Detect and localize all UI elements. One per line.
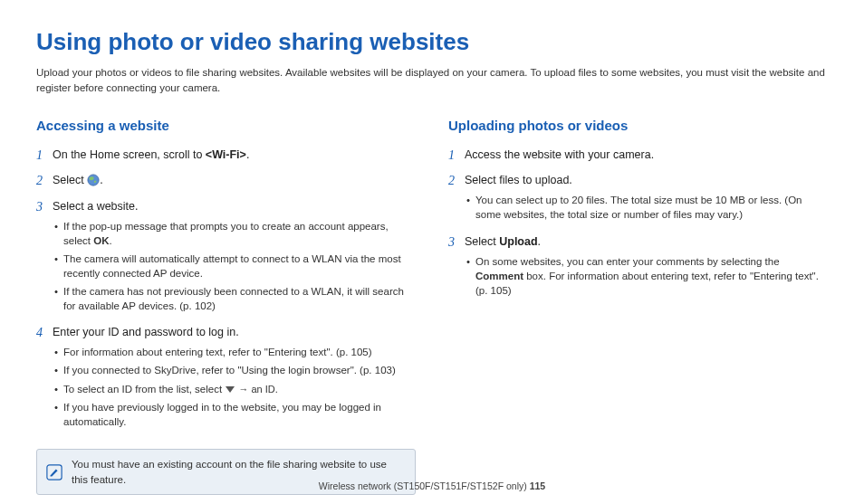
step-number: 2 <box>448 172 465 225</box>
bullet: If the pop-up message that prompts you t… <box>53 219 416 248</box>
bullet: If you connected to SkyDrive, refer to "… <box>53 363 416 377</box>
bullet: If you have previously logged in to the … <box>53 400 416 429</box>
step-3: 3 Select a website. If the pop-up messag… <box>36 198 416 318</box>
step-1: 1 On the Home screen, scroll to <Wi-Fi>. <box>36 147 416 165</box>
comment-label: Comment <box>475 271 523 281</box>
content-columns: Accessing a website 1 On the Home screen… <box>36 116 828 495</box>
step-3-text: Select Upload. <box>465 233 828 250</box>
text: On some websites, you can enter your com… <box>475 256 780 267</box>
text: box. For information about entering text… <box>475 271 819 296</box>
page-footer: Wireless network (ST150F/ST151F/ST152F o… <box>0 480 864 493</box>
globe-icon <box>87 174 100 186</box>
note-icon <box>46 464 62 480</box>
step-3-text: Select a website. <box>53 198 416 214</box>
step-number: 1 <box>448 147 465 165</box>
step-4-text: Enter your ID and password to log in. <box>53 324 416 340</box>
step-number: 2 <box>36 172 53 190</box>
text: Select <box>465 235 499 248</box>
step-1: 1 Access the website with your camera. <box>448 147 828 165</box>
step-2-text: Select files to upload. <box>465 172 828 188</box>
text: To select an ID from the list, select <box>63 384 225 395</box>
step-number: 3 <box>36 198 53 318</box>
text: . <box>110 235 112 246</box>
bullet: For information about entering text, ref… <box>53 345 416 359</box>
right-column: Uploading photos or videos 1 Access the … <box>448 116 828 495</box>
bullet: On some websites, you can enter your com… <box>465 254 828 298</box>
bullet: To select an ID from the list, select → … <box>53 382 416 396</box>
svg-point-0 <box>88 175 99 185</box>
step-4: 4 Enter your ID and password to log in. … <box>36 324 416 433</box>
footer-text: Wireless network (ST150F/ST151F/ST152F o… <box>319 480 530 491</box>
text: Select <box>53 174 87 186</box>
section-accessing: Accessing a website <box>36 116 416 136</box>
upload-label: Upload <box>499 235 537 248</box>
text: . <box>538 235 541 248</box>
text: . <box>100 174 102 186</box>
ok-label: OK <box>93 235 109 246</box>
section-uploading: Uploading photos or videos <box>448 116 828 136</box>
page-title: Using photo or video sharing websites <box>36 25 828 60</box>
step-number: 4 <box>36 324 53 433</box>
step-3: 3 Select Upload. On some websites, you c… <box>448 233 828 301</box>
text: → an ID. <box>235 384 277 395</box>
step-2: 2 Select . <box>36 172 416 190</box>
step-number: 1 <box>36 147 53 165</box>
step-2-text: Select . <box>53 172 416 188</box>
bullet: You can select up to 20 files. The total… <box>465 193 828 222</box>
bullet: The camera will automatically attempt to… <box>53 252 416 281</box>
text: On the Home screen, scroll to <box>53 148 206 161</box>
step-number: 3 <box>448 233 465 301</box>
text: . <box>246 148 249 161</box>
page-number: 115 <box>530 480 546 491</box>
step-1-text: On the Home screen, scroll to <Wi-Fi>. <box>53 147 416 163</box>
intro-text: Upload your photos or videos to file sha… <box>36 65 828 97</box>
left-column: Accessing a website 1 On the Home screen… <box>36 116 416 495</box>
step-2: 2 Select files to upload. You can select… <box>448 172 828 225</box>
text: If the pop-up message that prompts you t… <box>63 221 389 246</box>
dropdown-icon <box>226 386 235 393</box>
step-1-text: Access the website with your camera. <box>465 147 828 163</box>
wifi-label: <Wi-Fi> <box>206 148 246 161</box>
bullet: If the camera has not previously been co… <box>53 284 416 313</box>
